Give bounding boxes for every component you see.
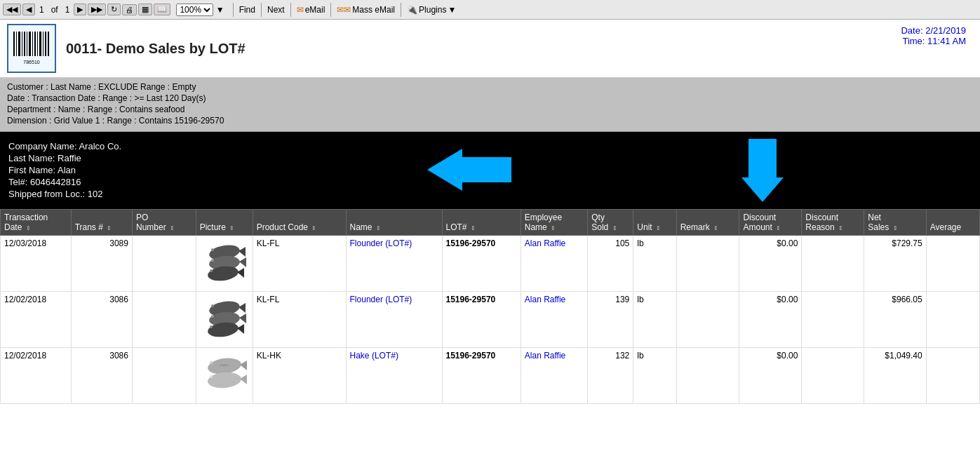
cell-qty-sold: 132 bbox=[588, 348, 633, 404]
report-title-text: 0011- Demo Sales by LOT# bbox=[66, 41, 246, 57]
mass-email-action[interactable]: ✉✉ Mass eMail bbox=[337, 5, 395, 15]
bookmark-button[interactable]: 📖 bbox=[154, 4, 170, 15]
layout-button[interactable]: ▦ bbox=[138, 4, 152, 15]
svg-point-36 bbox=[207, 371, 242, 389]
cell-product-code: KL-FL bbox=[253, 292, 346, 348]
col-product-code: Product Code ⇕ bbox=[253, 210, 346, 236]
logo-box: 786510 bbox=[7, 24, 56, 73]
cell-trans-num: 3086 bbox=[71, 292, 132, 348]
last-name: Last Name: Raffie bbox=[8, 153, 427, 163]
plugins-action[interactable]: 🔌 Plugins ▼ bbox=[407, 5, 456, 15]
cell-employee-name[interactable]: Alan Raffie bbox=[521, 292, 587, 348]
nav-controls: ◀◀ ◀ 1 of 1 ▶ ▶▶ ↻ 🖨 ▦ 📖 bbox=[3, 4, 170, 15]
svg-marker-25 bbox=[239, 303, 246, 313]
arrow-down-indicator bbox=[553, 139, 972, 202]
cell-transaction-date: 12/03/2018 bbox=[1, 236, 72, 292]
svg-marker-22 bbox=[237, 268, 244, 278]
cell-name[interactable]: Flounder (LOT#) bbox=[346, 236, 442, 292]
separator-2 bbox=[261, 3, 262, 17]
cell-average bbox=[926, 236, 979, 292]
toolbar: ◀◀ ◀ 1 of 1 ▶ ▶▶ ↻ 🖨 ▦ 📖 100% ▼ Find Nex… bbox=[0, 0, 980, 20]
svg-rect-8 bbox=[34, 32, 36, 56]
svg-rect-0 bbox=[13, 32, 15, 56]
next-action[interactable]: Next bbox=[267, 5, 285, 15]
report-header: 786510 0011- Demo Sales by LOT# Date: 2/… bbox=[0, 20, 980, 78]
print-button[interactable]: 🖨 bbox=[122, 4, 137, 15]
zoom-dropdown-icon: ▼ bbox=[216, 5, 224, 15]
email-label: eMail bbox=[305, 5, 325, 15]
cell-name[interactable]: Flounder (LOT#) bbox=[346, 292, 442, 348]
svg-rect-10 bbox=[39, 32, 41, 56]
svg-point-32 bbox=[210, 325, 213, 328]
customer-info: Company Name: Aralco Co. Last Name: Raff… bbox=[8, 141, 427, 201]
svg-point-17 bbox=[211, 248, 214, 251]
table-header-row: TransactionDate ⇕ Trans # ⇕ PONumber ⇕ P… bbox=[1, 210, 980, 236]
filter-info: Customer : Last Name : EXCLUDE Range : E… bbox=[0, 78, 980, 132]
cell-picture bbox=[196, 236, 253, 292]
company-name: Company Name: Aralco Co. bbox=[8, 141, 427, 152]
cell-qty-sold: 139 bbox=[588, 292, 633, 348]
filter-row-3: Department : Name : Range : Contains sea… bbox=[7, 105, 973, 114]
svg-rect-2 bbox=[18, 32, 20, 56]
report-date: Date: 2/21/2019 bbox=[901, 25, 966, 36]
cell-lot: 15196-29570 bbox=[442, 236, 521, 292]
cell-employee-name[interactable]: Alan Raffie bbox=[521, 348, 587, 404]
svg-point-38 bbox=[210, 375, 213, 378]
first-name: First Name: Alan bbox=[8, 165, 427, 175]
arrow-left-indicator bbox=[427, 149, 511, 193]
zoom-select[interactable]: 100% bbox=[176, 4, 213, 16]
report-time: Time: 11:41 AM bbox=[901, 36, 966, 46]
cell-picture bbox=[196, 292, 253, 348]
separator-3 bbox=[290, 3, 291, 17]
cell-transaction-date: 12/02/2018 bbox=[1, 348, 72, 404]
cell-picture bbox=[196, 348, 253, 404]
col-trans-num: Trans # ⇕ bbox=[71, 210, 132, 236]
table-row: 12/02/2018 3086 KL-FL Flounder (LOT#) 15… bbox=[1, 292, 980, 348]
cell-po-number bbox=[132, 348, 196, 404]
page-current: 1 bbox=[39, 5, 44, 15]
cell-net-sales: $729.75 bbox=[864, 236, 926, 292]
svg-marker-37 bbox=[240, 375, 247, 384]
svg-rect-3 bbox=[22, 32, 22, 56]
table-body: 12/03/2018 3089 KL-FL Flounder (LOT#) 15… bbox=[1, 236, 980, 404]
nav-next-page-button[interactable]: ▶ bbox=[74, 4, 86, 15]
cell-remark bbox=[676, 348, 739, 404]
col-discount-amount: DiscountAmount ⇕ bbox=[739, 210, 802, 236]
cell-trans-num: 3086 bbox=[71, 348, 132, 404]
cell-discount-reason bbox=[802, 236, 864, 292]
cell-discount-amount: $0.00 bbox=[739, 348, 802, 404]
cell-employee-name[interactable]: Alan Raffie bbox=[521, 236, 587, 292]
refresh-button[interactable]: ↻ bbox=[107, 4, 121, 15]
svg-rect-5 bbox=[27, 32, 27, 56]
cell-product-code: KL-FL bbox=[253, 236, 346, 292]
filter-row-1: Customer : Last Name : EXCLUDE Range : E… bbox=[7, 82, 973, 92]
cell-po-number bbox=[132, 292, 196, 348]
email-action[interactable]: ✉ eMail bbox=[297, 5, 325, 15]
nav-last-button[interactable]: ▶▶ bbox=[88, 4, 106, 15]
nav-prev-button[interactable]: ◀ bbox=[22, 4, 35, 15]
svg-rect-7 bbox=[32, 32, 33, 56]
nav-first-button[interactable]: ◀◀ bbox=[3, 4, 21, 15]
svg-rect-11 bbox=[43, 32, 43, 56]
svg-marker-28 bbox=[239, 314, 246, 323]
cell-remark bbox=[676, 292, 739, 348]
email-icon: ✉ bbox=[297, 5, 304, 15]
separator-1 bbox=[233, 3, 234, 17]
cell-name[interactable]: Hake (LOT#) bbox=[346, 348, 442, 404]
col-employee-name: EmployeeName ⇕ bbox=[521, 210, 587, 236]
table-row: 12/03/2018 3089 KL-FL Flounder (LOT#) 15… bbox=[1, 236, 980, 292]
col-name: Name ⇕ bbox=[346, 210, 442, 236]
cell-unit: lb bbox=[633, 236, 676, 292]
find-action[interactable]: Find bbox=[239, 5, 255, 15]
svg-rect-1 bbox=[16, 32, 17, 56]
svg-rect-12 bbox=[45, 32, 46, 56]
data-table: TransactionDate ⇕ Trans # ⇕ PONumber ⇕ P… bbox=[0, 209, 980, 404]
cell-net-sales: $966.05 bbox=[864, 292, 926, 348]
shipped-from: Shipped from Loc.: 102 bbox=[8, 189, 427, 199]
plugins-icon: 🔌 bbox=[407, 5, 417, 15]
date-time-block: Date: 2/21/2019 Time: 11:41 AM bbox=[901, 25, 966, 46]
plugins-label: Plugins bbox=[419, 5, 446, 15]
table-row: 12/02/2018 3086 KL-HK Hake (LOT#) 15196-… bbox=[1, 348, 980, 404]
cell-average bbox=[926, 348, 979, 404]
col-picture: Picture ⇕ bbox=[196, 210, 253, 236]
